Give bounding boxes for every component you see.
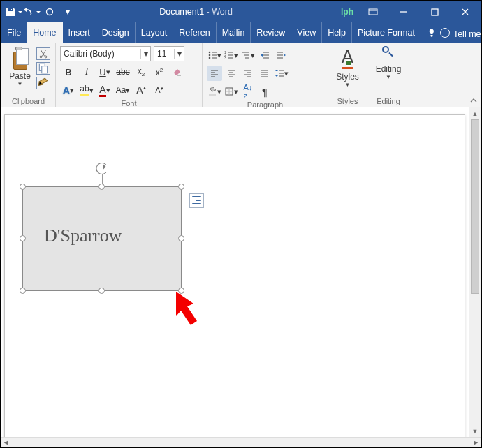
- resize-handle-w[interactable]: [20, 235, 26, 241]
- collapse-ribbon-button[interactable]: [469, 96, 478, 105]
- format-painter-button[interactable]: [36, 77, 50, 89]
- font-size-combo[interactable]: ▾: [154, 46, 184, 61]
- editing-button[interactable]: Editing ▼: [376, 46, 402, 80]
- group-styles: Styles: [333, 96, 363, 107]
- tab-help[interactable]: Help: [322, 22, 352, 43]
- scroll-down-button[interactable]: ▼: [469, 425, 481, 437]
- tab-references[interactable]: Referen: [173, 22, 216, 43]
- close-button[interactable]: [450, 1, 481, 22]
- ribbon-tabbar: File Home Insert Design Layout Referen M…: [1, 22, 481, 43]
- paste-label: Paste: [9, 71, 31, 81]
- document-area[interactable]: D'Sparrow ▲ ▼: [1, 107, 481, 437]
- paste-button[interactable]: Paste ▼: [6, 46, 35, 89]
- line-spacing-button[interactable]: ▾: [274, 66, 289, 81]
- resize-handle-s[interactable]: [98, 288, 105, 294]
- bullets-button[interactable]: ▾: [207, 47, 222, 63]
- grow-font-button[interactable]: A▴: [133, 82, 149, 98]
- underline-button[interactable]: U▾: [96, 64, 113, 80]
- document-name: Document1: [159, 7, 204, 17]
- rotate-handle[interactable]: [96, 163, 108, 174]
- app-name: Word: [212, 7, 233, 17]
- shading-button[interactable]: ▾: [207, 84, 222, 99]
- tab-layout[interactable]: Layout: [136, 22, 174, 43]
- resize-handle-n[interactable]: [98, 184, 105, 190]
- show-marks-button[interactable]: ¶: [257, 84, 272, 99]
- change-indicator-icon: [346, 60, 351, 66]
- justify-button[interactable]: [257, 66, 272, 81]
- svg-text:3: 3: [224, 56, 226, 60]
- layout-options-button[interactable]: [189, 193, 204, 208]
- tab-insert[interactable]: Insert: [63, 22, 96, 43]
- change-case-button[interactable]: Aa▾: [115, 82, 131, 98]
- text-effects-button[interactable]: A▾: [60, 82, 77, 98]
- page[interactable]: D'Sparrow: [4, 114, 465, 437]
- styles-icon: A: [342, 46, 353, 68]
- numbering-button[interactable]: 123▾: [224, 47, 239, 63]
- vertical-scrollbar[interactable]: ▲ ▼: [469, 107, 481, 437]
- resize-handle-nw[interactable]: [20, 184, 26, 190]
- superscript-button[interactable]: x2: [151, 64, 168, 80]
- strikethrough-button[interactable]: abc: [115, 64, 131, 80]
- resize-handle-ne[interactable]: [178, 184, 184, 190]
- group-clipboard: Clipboard: [6, 96, 51, 107]
- sort-button[interactable]: A↓Z: [240, 84, 256, 99]
- addin-icon[interactable]: lph: [337, 7, 358, 17]
- italic-button[interactable]: I: [78, 64, 95, 80]
- ribbon-display-icon[interactable]: [358, 1, 388, 22]
- horizontal-scrollbar[interactable]: ◄ ►: [1, 437, 481, 447]
- tab-mailings[interactable]: Mailin: [217, 22, 251, 43]
- font-size-input[interactable]: [154, 49, 174, 59]
- group-editing: Editing: [372, 96, 405, 107]
- undo-button[interactable]: [22, 3, 41, 21]
- chevron-down-icon[interactable]: ▾: [174, 49, 184, 59]
- bold-button[interactable]: B: [60, 64, 77, 80]
- borders-button[interactable]: ▾: [224, 84, 239, 99]
- minimize-button[interactable]: [388, 1, 419, 22]
- svg-rect-2: [432, 9, 438, 15]
- svg-rect-14: [209, 94, 216, 96]
- svg-rect-1: [369, 9, 377, 15]
- align-right-button[interactable]: [240, 66, 256, 81]
- font-name-combo[interactable]: ▾: [60, 46, 151, 61]
- tab-home[interactable]: Home: [27, 22, 62, 43]
- tell-me-button[interactable]: Tell me: [421, 22, 482, 43]
- tab-file[interactable]: File: [1, 22, 27, 43]
- redo-button[interactable]: [41, 3, 59, 21]
- align-left-button[interactable]: [207, 66, 222, 81]
- tab-design[interactable]: Design: [96, 22, 136, 43]
- annotation-arrow-icon: [174, 290, 209, 328]
- tab-picture-format[interactable]: Picture Format: [352, 22, 421, 43]
- qat-customize-button[interactable]: ▾: [59, 3, 77, 21]
- resize-handle-e[interactable]: [178, 235, 184, 241]
- selected-picture[interactable]: D'Sparrow: [22, 186, 182, 291]
- signature-text: D'Sparrow: [44, 225, 122, 246]
- highlight-button[interactable]: ab▾: [78, 82, 95, 98]
- tab-view[interactable]: View: [291, 22, 322, 43]
- decrease-indent-button[interactable]: [257, 47, 272, 63]
- align-center-button[interactable]: [224, 66, 239, 81]
- clear-format-button[interactable]: [169, 64, 186, 80]
- scroll-left-button[interactable]: ◄: [3, 439, 9, 446]
- scrollbar-thumb[interactable]: [471, 119, 479, 294]
- scroll-right-button[interactable]: ►: [473, 439, 479, 446]
- svg-point-10: [209, 57, 211, 59]
- styles-label: Styles: [336, 72, 359, 82]
- tab-review[interactable]: Review: [251, 22, 291, 43]
- multilevel-list-button[interactable]: ▾: [240, 47, 256, 63]
- resize-handle-sw[interactable]: [20, 288, 26, 294]
- maximize-button[interactable]: [419, 1, 450, 22]
- scroll-up-button[interactable]: ▲: [469, 107, 481, 119]
- styles-button[interactable]: A Styles ▼: [336, 46, 359, 88]
- font-name-input[interactable]: [61, 49, 140, 59]
- cut-button[interactable]: [36, 47, 50, 60]
- chevron-down-icon[interactable]: ▾: [140, 49, 150, 59]
- subscript-button[interactable]: x2: [133, 64, 149, 80]
- copy-button[interactable]: [36, 62, 50, 75]
- shrink-font-button[interactable]: A▾: [151, 82, 168, 98]
- increase-indent-button[interactable]: [274, 47, 289, 63]
- font-color-button[interactable]: A▾: [96, 82, 113, 98]
- save-button[interactable]: [4, 3, 22, 21]
- svg-point-0: [47, 9, 53, 15]
- svg-point-9: [209, 54, 211, 57]
- ribbon: Paste ▼ Clipboard ▾ ▾ B I: [1, 43, 481, 107]
